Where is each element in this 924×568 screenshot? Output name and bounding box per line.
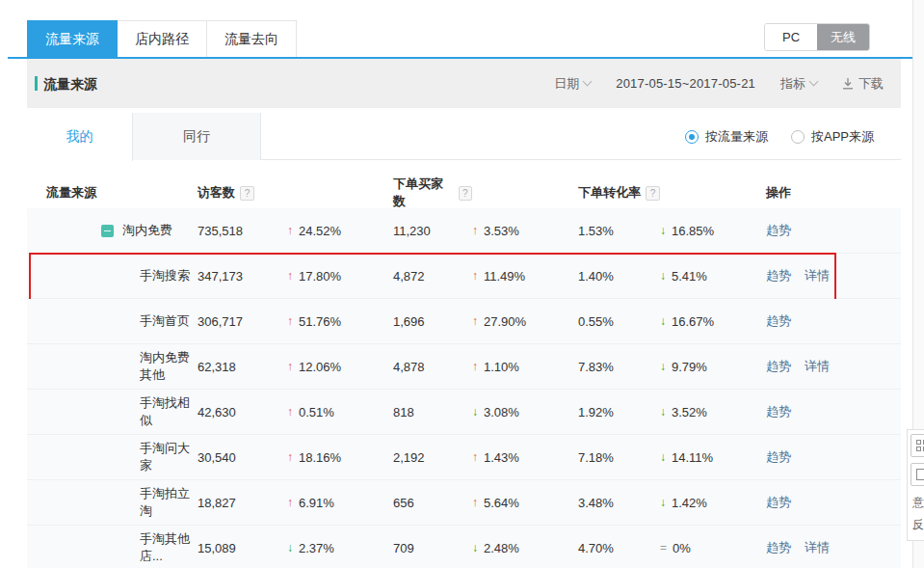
trend-link[interactable]: 趋势 <box>766 267 791 284</box>
buyers-change: ↑1.10% <box>472 360 578 374</box>
buyers-change: ↓3.08% <box>472 405 578 419</box>
col-header-conversion: 下单转化率 ? <box>578 184 660 202</box>
change-value: 24.52% <box>299 224 341 238</box>
tab-peers[interactable]: 同行 <box>133 113 261 160</box>
source-name: 淘内免费其他 <box>140 349 198 384</box>
feedback-widget: 意反 <box>907 429 924 541</box>
conversion-change: ↓3.52% <box>660 405 766 419</box>
date-dropdown[interactable]: 日期 <box>554 75 591 93</box>
change-value: 1.10% <box>484 360 519 374</box>
trend-link[interactable]: 趋势 <box>766 539 791 556</box>
visitors-value: 18,827 <box>198 496 287 510</box>
action-cell: 趋势 <box>766 403 901 420</box>
download-icon <box>842 78 854 90</box>
source-name: 手淘其他店... <box>140 530 198 565</box>
radio-by-app-source[interactable]: 按APP来源 <box>791 128 874 146</box>
tab-traffic-destination[interactable]: 流量去向 <box>207 20 297 57</box>
visitors-change: ↑0.51% <box>287 405 393 419</box>
survey-icon[interactable] <box>911 463 924 486</box>
pc-toggle-button[interactable]: PC <box>765 24 817 50</box>
help-icon[interactable]: ? <box>240 186 254 201</box>
change-value: 1.43% <box>484 450 519 465</box>
conversion-value: 1.40% <box>578 269 660 284</box>
col-header-label: 下单转化率 <box>578 184 641 202</box>
buyers-value: 4,872 <box>393 269 472 284</box>
trend-link[interactable]: 趋势 <box>766 312 791 330</box>
trend-link[interactable]: 趋势 <box>766 494 791 511</box>
col-header-action: 操作 <box>766 184 901 202</box>
change-value: 2.48% <box>484 541 519 555</box>
table-row: 手淘问大家30,540↑18.16%2,192↑1.43%7.18%↓14.11… <box>27 435 901 480</box>
detail-link[interactable]: 详情 <box>805 267 830 284</box>
action-cell: 趋势 <box>766 222 901 239</box>
detail-link[interactable]: 详情 <box>805 539 830 556</box>
conversion-change: ↓5.41% <box>660 269 766 284</box>
trend-link[interactable]: 趋势 <box>766 222 791 239</box>
buyers-value: 4,878 <box>393 360 472 374</box>
trend-link[interactable]: 趋势 <box>766 358 791 375</box>
arrow-up-icon: ↑ <box>472 224 478 237</box>
page-title: 流量来源 <box>43 76 97 94</box>
source-name-cell: 手淘找相似 <box>27 394 198 429</box>
arrow-up-icon: ↑ <box>472 269 478 283</box>
arrow-down-icon: ↓ <box>472 541 478 554</box>
source-name-cell: 手淘搜索 <box>27 267 198 284</box>
radio-by-traffic-source[interactable]: 按流量来源 <box>685 128 768 146</box>
source-name: 手淘首页 <box>140 312 190 330</box>
change-value: 1.42% <box>672 496 707 510</box>
action-cell: 趋势 <box>766 448 901 466</box>
conversion-change: ↓14.11% <box>660 450 766 465</box>
arrow-down-icon: ↓ <box>287 541 293 554</box>
trend-link[interactable]: 趋势 <box>766 448 791 466</box>
buyers-value: 656 <box>393 496 472 510</box>
col-header-visitors: 访客数 ? <box>198 184 287 202</box>
help-icon[interactable]: ? <box>459 186 473 201</box>
change-value: 6.91% <box>299 496 334 510</box>
buyers-change: ↑11.49% <box>472 269 578 284</box>
source-name-cell: 淘内免费 <box>27 222 198 239</box>
change-value: 16.85% <box>672 224 714 238</box>
radio-unselected-icon <box>791 130 805 144</box>
action-cell: 趋势 <box>766 494 901 511</box>
source-name: 手淘找相似 <box>140 394 198 429</box>
change-value: 2.37% <box>299 541 334 555</box>
conversion-value: 3.48% <box>578 496 660 510</box>
conversion-change: ↓1.42% <box>660 496 766 510</box>
arrow-down-icon: ↓ <box>472 405 478 419</box>
tab-traffic-source[interactable]: 流量来源 <box>27 20 118 57</box>
arrow-up-icon: ↑ <box>472 360 478 373</box>
arrow-down-icon: ↓ <box>660 360 666 373</box>
change-value: 17.80% <box>299 269 341 284</box>
wireless-toggle-button[interactable]: 无线 <box>817 24 869 50</box>
table-body: 淘内免费735,518↑24.52%11,230↑3.53%1.53%↓16.8… <box>27 208 901 568</box>
conversion-value: 1.53% <box>578 224 660 238</box>
radio-selected-icon <box>685 130 699 144</box>
col-header-label: 访客数 <box>198 184 235 202</box>
arrow-down-icon: ↓ <box>660 314 666 328</box>
change-value: 18.16% <box>299 450 341 465</box>
change-value: 0.51% <box>299 405 334 419</box>
source-name: 手淘问大家 <box>140 440 198 474</box>
visitors-value: 306,717 <box>198 314 287 329</box>
action-cell: 趋势详情 <box>766 539 901 556</box>
col-header-buyers: 下单买家数 ? <box>393 176 472 210</box>
table-row: 手淘找相似42,630↑0.51%818↓3.08%1.92%↓3.52%趋势 <box>27 390 901 435</box>
tab-instore-path[interactable]: 店内路径 <box>118 20 207 57</box>
detail-link[interactable]: 详情 <box>805 358 830 375</box>
feedback-label[interactable]: 意反 <box>911 492 924 536</box>
table-row: 手淘拍立淘18,827↑6.91%656↑5.64%3.48%↓1.42%趋势 <box>27 480 901 526</box>
download-button[interactable]: 下载 <box>842 75 884 93</box>
help-icon[interactable]: ? <box>646 186 660 201</box>
conversion-change: ↓16.85% <box>660 224 766 238</box>
buyers-value: 2,192 <box>393 450 472 465</box>
metrics-dropdown[interactable]: 指标 <box>780 75 817 93</box>
change-value: 16.67% <box>672 314 714 329</box>
tab-mine[interactable]: 我的 <box>27 113 133 161</box>
collapse-minus-icon[interactable] <box>101 225 114 237</box>
visitors-value: 347,173 <box>198 269 287 284</box>
arrow-up-icon: ↑ <box>472 450 478 464</box>
chevron-down-icon <box>809 77 819 87</box>
qr-code-icon[interactable] <box>911 434 924 457</box>
trend-link[interactable]: 趋势 <box>766 403 791 420</box>
arrow-up-icon: ↑ <box>287 405 293 419</box>
